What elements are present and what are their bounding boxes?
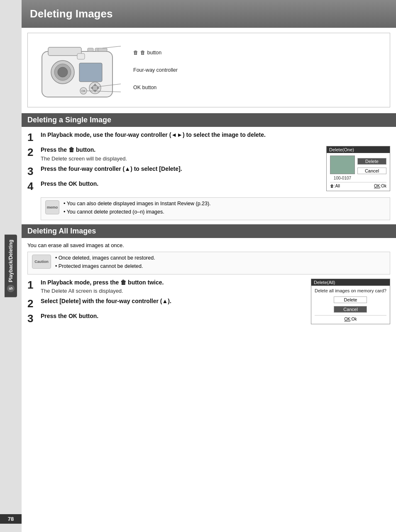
step-2-1-text: In Playback mode, press the 🗑 button twi… xyxy=(41,279,307,287)
delete-all-footer: OK:Ok xyxy=(315,315,386,321)
delete-one-image-label: 100-0107 xyxy=(330,176,355,180)
fourway-controller-label: Four-way controller xyxy=(133,67,384,73)
step-1-3-text: Press the four-way controller (▲) to sel… xyxy=(41,165,322,173)
sidebar-number: 5 xyxy=(7,285,15,292)
footer-right: OK:Ok xyxy=(374,184,386,188)
section1-content: 1 In Playback mode, use the four-way con… xyxy=(22,131,396,220)
caution-bullet-2: Protected images cannot be deleted. xyxy=(55,263,155,270)
delete-one-screen: Delete(One) 100-0107 Delete Cancel xyxy=(326,146,390,191)
step-1-4: 4 Press the OK button. xyxy=(27,180,322,192)
step-2-3-text: Press the OK button. xyxy=(41,312,307,321)
caution-bullet-1: Once deleted, images cannot be restored. xyxy=(55,255,155,262)
svg-line-18 xyxy=(103,43,121,48)
memo-bullets: You can also delete displayed images in … xyxy=(64,200,211,217)
svg-rect-8 xyxy=(79,63,102,82)
step-1-1-text: In Playback mode, use the four-way contr… xyxy=(41,131,390,139)
svg-rect-17 xyxy=(98,48,107,51)
svg-rect-5 xyxy=(77,53,85,59)
main-content: Deleting Images xyxy=(22,0,396,532)
step-1-1: 1 In Playback mode, use the four-way con… xyxy=(27,131,390,143)
memo-bullet-1: You can also delete displayed images in … xyxy=(64,200,211,208)
sidebar-tab: 5 Playback/Deleting xyxy=(5,235,17,297)
sidebar-label: Playback/Deleting xyxy=(8,240,14,282)
step-2-2: 2 Select [Delete] with the four-way cont… xyxy=(27,297,307,309)
title-bar: Deleting Images xyxy=(22,0,396,28)
camera-svg: OK xyxy=(34,39,121,101)
camera-image: OK xyxy=(34,39,121,101)
delete-all-btn-delete[interactable]: Delete xyxy=(334,296,367,303)
delete-all-msg: Delete all images on memory card? xyxy=(315,288,386,293)
trash-button-label: 🗑 🗑 button xyxy=(133,50,384,56)
memo-icon: memo xyxy=(45,200,59,214)
section-delete-all: Deleting All Images You can erase all sa… xyxy=(22,224,396,328)
steps-and-screen: 2 Press the 🗑 button. The Delete screen … xyxy=(27,146,390,195)
delete-btn-cancel[interactable]: Cancel xyxy=(357,168,386,174)
steps-and-screen-2: 1 In Playback mode, press the 🗑 button t… xyxy=(27,279,390,328)
section-delete-single: Deleting a Single Image 1 In Playback mo… xyxy=(22,113,396,220)
delete-one-thumbnail xyxy=(330,155,355,174)
delete-btn-delete[interactable]: Delete xyxy=(357,158,386,165)
delete-all-screen: Delete(All) Delete all images on memory … xyxy=(311,279,390,324)
step-2-1-subtext: The Delete All screen is displayed. xyxy=(41,288,307,294)
svg-text:OK: OK xyxy=(81,90,86,92)
svg-rect-1 xyxy=(48,47,81,56)
section2-header: Deleting All Images xyxy=(22,224,396,238)
page-number: 78 xyxy=(0,514,22,524)
diagram-labels: 🗑 🗑 button Four-way controller OK button xyxy=(121,50,384,90)
caution-box: Caution Once deleted, images cannot be r… xyxy=(27,252,390,275)
svg-rect-6 xyxy=(88,48,93,51)
caution-bullets: Once deleted, images cannot be restored.… xyxy=(55,255,155,272)
step-1-2-text: Press the 🗑 button. xyxy=(41,146,322,154)
step-2-2-text: Select [Delete] with the four-way contro… xyxy=(41,297,307,306)
step-1-4-text: Press the OK button. xyxy=(41,180,322,188)
delete-one-title: Delete(One) xyxy=(329,147,387,152)
step-2-1: 1 In Playback mode, press the 🗑 button t… xyxy=(27,279,307,294)
delete-all-btn-cancel[interactable]: Cancel xyxy=(334,306,367,313)
step-1-2: 2 Press the 🗑 button. The Delete screen … xyxy=(27,146,322,162)
step-2-3: 3 Press the OK button. xyxy=(27,312,307,324)
delete-one-footer: 🗑:All OK:Ok xyxy=(330,182,386,188)
footer-left: 🗑:All xyxy=(330,184,340,188)
step-1-2-subtext: The Delete screen will be displayed. xyxy=(41,155,322,162)
delete-all-title: Delete(All) xyxy=(311,279,390,286)
steps-2-4: 2 Press the 🗑 button. The Delete screen … xyxy=(27,146,322,195)
section2-intro: You can erase all saved images at once. xyxy=(27,242,390,248)
section2-content: You can erase all saved images at once. … xyxy=(22,242,396,328)
svg-point-10 xyxy=(92,85,98,91)
step-1-3: 3 Press the four-way controller (▲) to s… xyxy=(27,165,322,177)
sidebar: 5 Playback/Deleting 78 xyxy=(0,0,22,532)
memo-bullet-2: You cannot delete protected (o–n) images… xyxy=(64,209,211,216)
svg-point-4 xyxy=(58,67,68,77)
ok-button-label: OK button xyxy=(133,85,384,90)
camera-diagram: OK 🗑 🗑 button Four-way controller OK but… xyxy=(27,33,390,107)
memo-box: memo You can also delete displayed image… xyxy=(41,197,390,220)
section1-header: Deleting a Single Image xyxy=(22,113,396,127)
page-title: Deleting Images xyxy=(30,7,388,20)
steps-all: 1 In Playback mode, press the 🗑 button t… xyxy=(27,279,307,328)
caution-icon: Caution xyxy=(32,255,51,269)
